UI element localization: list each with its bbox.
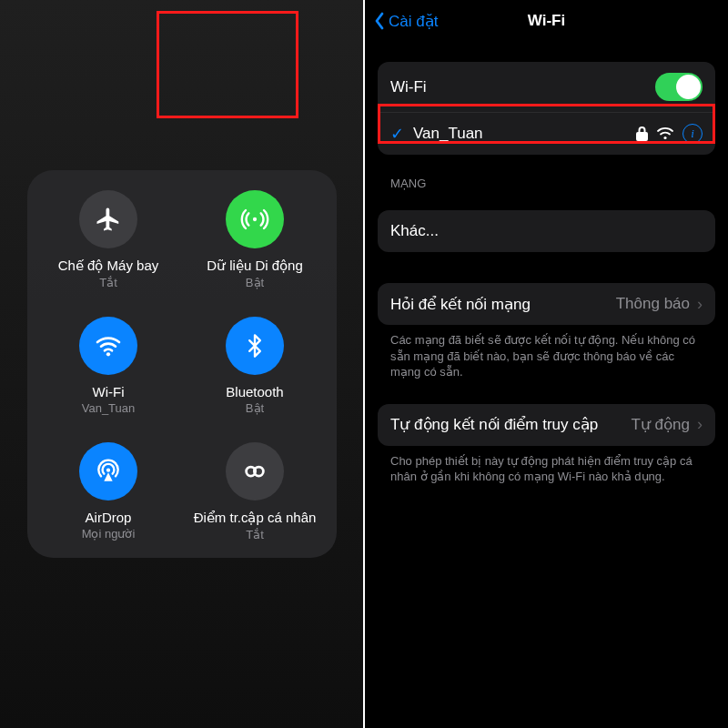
auto-label: Tự động kết nối điểm truy cập — [390, 415, 598, 434]
networks-section-header: MẠNG — [390, 177, 703, 190]
highlight-box-cellular — [157, 11, 298, 118]
connected-network-name: Van_Tuan — [413, 125, 483, 143]
wifi-toggle-group: Wi-Fi ✓ Van_Tuan i — [378, 62, 715, 155]
hotspot-title: Điểm tr.cập cá nhân — [194, 510, 317, 526]
airdrop-title: AirDrop — [86, 510, 132, 525]
cellular-icon — [226, 190, 284, 248]
wifi-settings-screen: Cài đặt Wi-Fi Wi-Fi ✓ Van_Tuan i MẠNG Kh… — [365, 0, 728, 728]
airplane-title: Chế độ Máy bay — [58, 258, 159, 274]
hotspot-icon — [226, 442, 284, 500]
cellular-data-tile[interactable]: Dữ liệu Di động Bật — [187, 190, 324, 289]
connectivity-panel: Chế độ Máy bay Tắt Dữ liệu Di động Bật W… — [27, 170, 337, 558]
svg-point-5 — [663, 136, 666, 139]
wifi-signal-icon — [657, 127, 673, 140]
other-label: Khác... — [390, 222, 439, 240]
wifi-toggle-row[interactable]: Wi-Fi — [378, 62, 715, 112]
auto-footer-note: Cho phép thiết bị này tự động phát hiện … — [390, 453, 703, 485]
bluetooth-title: Bluetooth — [226, 384, 283, 399]
svg-point-2 — [106, 469, 110, 472]
ask-footer-note: Các mạng đã biết sẽ được kết nối tự động… — [390, 332, 703, 380]
info-icon[interactable]: i — [682, 124, 703, 144]
auto-value: Tự động — [632, 415, 690, 434]
wifi-tile[interactable]: Wi-Fi Van_Tuan — [40, 317, 177, 415]
ask-label: Hỏi để kết nối mạng — [390, 295, 531, 314]
other-networks-group: Khác... — [378, 210, 715, 252]
auto-hotspot-group: Tự động kết nối điểm truy cập Tự động › — [378, 404, 715, 446]
svg-point-1 — [106, 352, 110, 356]
ask-value: Thông báo — [616, 295, 690, 313]
wifi-title: Wi-Fi — [93, 384, 125, 399]
control-center-screen: Chế độ Máy bay Tắt Dữ liệu Di động Bật W… — [0, 0, 363, 728]
airdrop-status: Mọi người — [82, 527, 136, 541]
cellular-title: Dữ liệu Di động — [207, 258, 303, 274]
wifi-icon — [79, 317, 137, 375]
other-network-row[interactable]: Khác... — [378, 210, 715, 252]
airdrop-tile[interactable]: AirDrop Mọi người — [40, 442, 177, 541]
bluetooth-icon — [226, 317, 284, 375]
cellular-status: Bật — [246, 276, 264, 289]
bluetooth-tile[interactable]: Bluetooth Bật — [187, 317, 324, 415]
lock-icon — [636, 126, 648, 141]
bluetooth-status: Bật — [246, 401, 264, 415]
airplane-status: Tắt — [99, 276, 117, 289]
airdrop-icon — [79, 442, 137, 500]
connected-network-row[interactable]: ✓ Van_Tuan i — [378, 112, 715, 155]
ask-to-join-row[interactable]: Hỏi để kết nối mạng Thông báo › — [378, 283, 715, 325]
hotspot-status: Tắt — [246, 528, 264, 541]
network-status-icons: i — [636, 124, 703, 144]
nav-bar: Cài đặt Wi-Fi — [365, 0, 728, 42]
wifi-toggle-switch[interactable] — [655, 73, 703, 101]
airplane-mode-tile[interactable]: Chế độ Máy bay Tắt — [40, 190, 177, 289]
checkmark-icon: ✓ — [390, 124, 404, 144]
svg-point-0 — [253, 217, 257, 221]
auto-hotspot-row[interactable]: Tự động kết nối điểm truy cập Tự động › — [378, 404, 715, 446]
ask-to-join-group: Hỏi để kết nối mạng Thông báo › — [378, 283, 715, 325]
wifi-status: Van_Tuan — [82, 401, 136, 415]
airplane-icon — [79, 190, 137, 248]
page-title: Wi-Fi — [365, 12, 728, 30]
chevron-right-icon: › — [697, 415, 703, 434]
chevron-right-icon: › — [697, 295, 703, 314]
personal-hotspot-tile[interactable]: Điểm tr.cập cá nhân Tắt — [187, 442, 324, 541]
wifi-row-label: Wi-Fi — [390, 78, 427, 96]
